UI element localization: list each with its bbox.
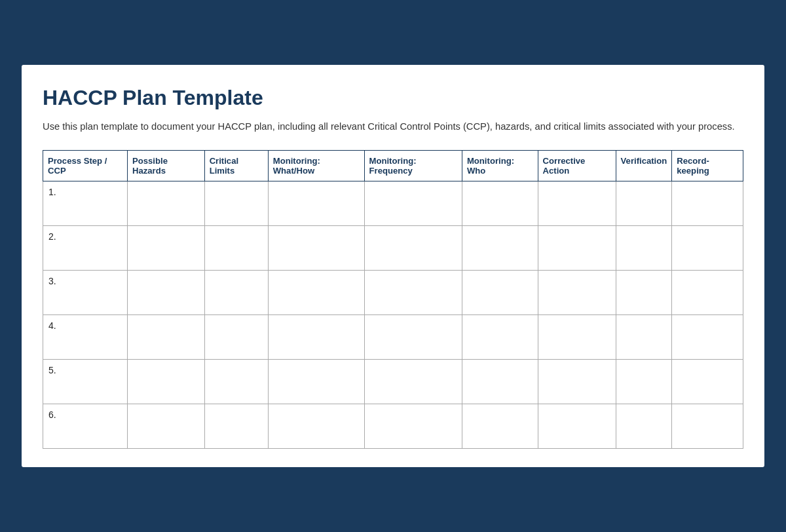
row-number-cell: 6. bbox=[43, 404, 128, 448]
col-header-process-step: Process Step / CCP bbox=[43, 150, 128, 181]
col-header-recordkeeping: Record-keeping bbox=[672, 150, 743, 181]
row-cell-5 bbox=[462, 225, 538, 270]
row-cell-8 bbox=[672, 181, 743, 225]
row-cell-1 bbox=[128, 225, 205, 270]
row-cell-1 bbox=[128, 181, 205, 225]
row-cell-3 bbox=[268, 404, 364, 448]
col-header-corrective-action: Corrective Action bbox=[538, 150, 616, 181]
row-cell-5 bbox=[462, 181, 538, 225]
row-cell-6 bbox=[538, 181, 616, 225]
row-cell-5 bbox=[462, 404, 538, 448]
table-row: 2. bbox=[43, 225, 743, 270]
table-header-row: Process Step / CCP Possible Hazards Crit… bbox=[43, 150, 743, 181]
row-cell-2 bbox=[204, 404, 268, 448]
row-cell-4 bbox=[364, 404, 462, 448]
table-row: 5. bbox=[43, 359, 743, 404]
haccp-card: HACCP Plan Template Use this plan templa… bbox=[20, 63, 766, 468]
row-cell-1 bbox=[128, 314, 205, 359]
col-header-monitoring-who: Monitoring: Who bbox=[462, 150, 538, 181]
row-cell-3 bbox=[268, 181, 364, 225]
row-number-cell: 1. bbox=[43, 181, 128, 225]
row-cell-3 bbox=[268, 359, 364, 404]
page-description: Use this plan template to document your … bbox=[43, 119, 743, 134]
row-number-cell: 5. bbox=[43, 359, 128, 404]
row-cell-6 bbox=[538, 314, 616, 359]
row-cell-8 bbox=[672, 225, 743, 270]
row-number-cell: 2. bbox=[43, 225, 128, 270]
row-cell-2 bbox=[204, 225, 268, 270]
row-cell-7 bbox=[616, 270, 672, 314]
row-cell-2 bbox=[204, 314, 268, 359]
col-header-monitoring-what: Monitoring: What/How bbox=[268, 150, 364, 181]
row-cell-1 bbox=[128, 359, 205, 404]
row-cell-5 bbox=[462, 270, 538, 314]
row-cell-8 bbox=[672, 359, 743, 404]
row-cell-4 bbox=[364, 314, 462, 359]
col-header-critical-limits: Critical Limits bbox=[204, 150, 268, 181]
row-cell-4 bbox=[364, 359, 462, 404]
row-cell-7 bbox=[616, 225, 672, 270]
row-cell-8 bbox=[672, 314, 743, 359]
row-cell-3 bbox=[268, 225, 364, 270]
row-cell-8 bbox=[672, 270, 743, 314]
row-cell-3 bbox=[268, 270, 364, 314]
row-cell-4 bbox=[364, 270, 462, 314]
page-title: HACCP Plan Template bbox=[43, 86, 743, 110]
row-cell-7 bbox=[616, 181, 672, 225]
row-cell-3 bbox=[268, 314, 364, 359]
row-cell-7 bbox=[616, 314, 672, 359]
table-row: 6. bbox=[43, 404, 743, 448]
row-cell-7 bbox=[616, 359, 672, 404]
row-number-cell: 3. bbox=[43, 270, 128, 314]
row-cell-1 bbox=[128, 270, 205, 314]
row-cell-6 bbox=[538, 270, 616, 314]
row-cell-2 bbox=[204, 181, 268, 225]
row-cell-5 bbox=[462, 359, 538, 404]
table-row: 3. bbox=[43, 270, 743, 314]
haccp-table: Process Step / CCP Possible Hazards Crit… bbox=[43, 150, 743, 449]
table-row: 4. bbox=[43, 314, 743, 359]
row-cell-6 bbox=[538, 225, 616, 270]
table-row: 1. bbox=[43, 181, 743, 225]
row-cell-1 bbox=[128, 404, 205, 448]
col-header-monitoring-frequency: Monitoring: Frequency bbox=[364, 150, 462, 181]
row-cell-2 bbox=[204, 270, 268, 314]
row-cell-5 bbox=[462, 314, 538, 359]
row-cell-6 bbox=[538, 359, 616, 404]
row-cell-2 bbox=[204, 359, 268, 404]
row-cell-4 bbox=[364, 181, 462, 225]
row-cell-4 bbox=[364, 225, 462, 270]
row-cell-8 bbox=[672, 404, 743, 448]
row-cell-7 bbox=[616, 404, 672, 448]
col-header-verification: Verification bbox=[616, 150, 672, 181]
col-header-possible-hazards: Possible Hazards bbox=[128, 150, 205, 181]
row-number-cell: 4. bbox=[43, 314, 128, 359]
row-cell-6 bbox=[538, 404, 616, 448]
